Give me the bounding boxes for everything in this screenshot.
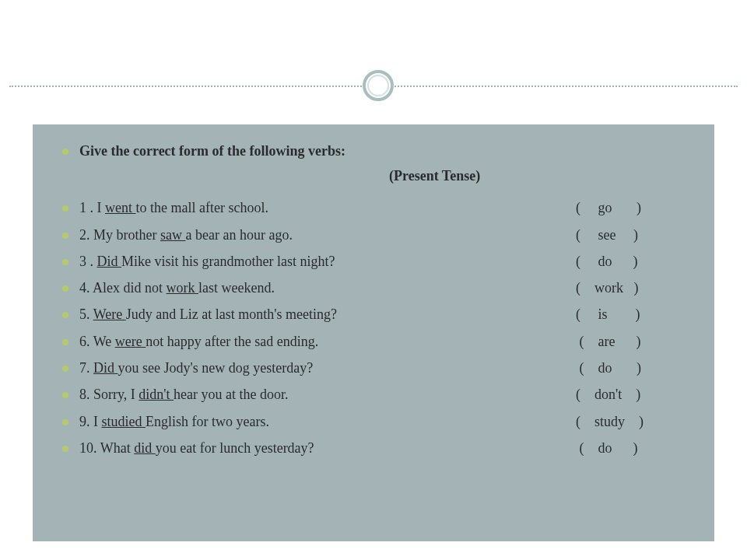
sentence-pre: Alex did not bbox=[93, 280, 167, 296]
answer-blank: went bbox=[105, 200, 136, 215]
verb-hint: ( don't ) bbox=[576, 385, 693, 404]
sentence-pre: I bbox=[93, 414, 102, 429]
sentence-post: last weekend. bbox=[198, 280, 275, 296]
sentence-post: a bear an hour ago. bbox=[185, 227, 292, 243]
sentence-pre: What bbox=[100, 440, 134, 456]
sentence-pre: My brother bbox=[93, 227, 160, 243]
question-item: 9. I studied English for two years.( stu… bbox=[62, 412, 693, 431]
sentence: 10. What did you eat for lunch yesterday… bbox=[79, 439, 576, 457]
exercise-list: Give the correct form of the following v… bbox=[62, 142, 693, 160]
question-item: 7. Did you see Jody's new dog yesterday?… bbox=[62, 359, 693, 377]
sentence-pre: Sorry, I bbox=[93, 387, 139, 402]
sentence-post: to the mall after school. bbox=[136, 200, 268, 215]
question-number: 5. bbox=[79, 306, 93, 322]
exercise-title: Give the correct form of the following v… bbox=[62, 142, 693, 160]
question-item: 5. Were Judy and Liz at last month's mee… bbox=[62, 305, 693, 324]
answer-blank: Were bbox=[93, 306, 126, 322]
answer-blank: studied bbox=[102, 414, 146, 429]
sentence-pre: I bbox=[97, 200, 106, 215]
question-list: 1 . I went to the mall after school.( go… bbox=[62, 198, 693, 457]
question-row: 10. What did you eat for lunch yesterday… bbox=[79, 439, 693, 457]
answer-blank: didn't bbox=[139, 387, 174, 402]
question-row: 4. Alex did not work last weekend.( work… bbox=[79, 278, 693, 297]
question-item: 2. My brother saw a bear an hour ago.( s… bbox=[62, 226, 693, 244]
ring-ornament bbox=[363, 70, 394, 101]
question-row: 1 . I went to the mall after school.( go… bbox=[79, 198, 693, 217]
verb-hint: ( go ) bbox=[576, 198, 693, 217]
question-number: 3 . bbox=[79, 254, 97, 269]
sentence-post: Judy and Liz at last month's meeting? bbox=[126, 306, 337, 322]
question-row: 6. We were not happy after the sad endin… bbox=[79, 332, 693, 351]
question-item: 6. We were not happy after the sad endin… bbox=[62, 332, 693, 351]
answer-blank: work bbox=[167, 280, 199, 296]
question-number: 1 . bbox=[79, 200, 97, 215]
content-panel: Give the correct form of the following v… bbox=[33, 124, 714, 541]
question-row: 3 . Did Mike visit his grandmother last … bbox=[79, 252, 693, 271]
verb-hint: ( do ) bbox=[576, 359, 693, 377]
verb-hint: ( is ) bbox=[576, 305, 693, 324]
question-row: 8. Sorry, I didn't hear you at the door.… bbox=[79, 385, 693, 404]
sentence-post: you eat for lunch yesterday? bbox=[156, 440, 314, 456]
sentence-post: Mike visit his grandmother last night? bbox=[121, 254, 335, 269]
exercise-subtitle: (Present Tense) bbox=[62, 168, 693, 184]
sentence: 7. Did you see Jody's new dog yesterday? bbox=[79, 359, 576, 377]
verb-hint: ( work ) bbox=[576, 278, 693, 297]
question-number: 10. bbox=[79, 440, 100, 456]
question-number: 8. bbox=[79, 387, 93, 402]
question-item: 1 . I went to the mall after school.( go… bbox=[62, 198, 693, 217]
answer-blank: Did bbox=[93, 360, 118, 376]
question-item: 4. Alex did not work last weekend.( work… bbox=[62, 278, 693, 297]
answer-blank: were bbox=[115, 334, 146, 349]
sentence-pre: We bbox=[93, 334, 115, 349]
question-row: 2. My brother saw a bear an hour ago.( s… bbox=[79, 226, 693, 244]
question-number: 9. bbox=[79, 414, 93, 429]
sentence: 2. My brother saw a bear an hour ago. bbox=[79, 226, 576, 244]
question-number: 6. bbox=[79, 334, 93, 349]
answer-blank: Did bbox=[97, 254, 122, 269]
title-text: Give the correct form of the following v… bbox=[79, 143, 345, 159]
sentence: 1 . I went to the mall after school. bbox=[79, 198, 576, 217]
question-item: 3 . Did Mike visit his grandmother last … bbox=[62, 252, 693, 271]
sentence: 9. I studied English for two years. bbox=[79, 412, 576, 431]
verb-hint: ( do ) bbox=[576, 439, 693, 457]
question-number: 7. bbox=[79, 360, 93, 376]
answer-blank: did bbox=[134, 440, 156, 456]
sentence: 3 . Did Mike visit his grandmother last … bbox=[79, 252, 576, 271]
question-item: 10. What did you eat for lunch yesterday… bbox=[62, 439, 693, 457]
verb-hint: ( do ) bbox=[576, 252, 693, 271]
answer-blank: saw bbox=[160, 227, 186, 243]
verb-hint: ( study ) bbox=[576, 412, 693, 431]
sentence: 8. Sorry, I didn't hear you at the door. bbox=[79, 385, 576, 404]
sentence: 4. Alex did not work last weekend. bbox=[79, 278, 576, 297]
sentence-post: you see Jody's new dog yesterday? bbox=[118, 360, 314, 376]
question-row: 7. Did you see Jody's new dog yesterday?… bbox=[79, 359, 693, 377]
question-item: 8. Sorry, I didn't hear you at the door.… bbox=[62, 385, 693, 404]
question-number: 4. bbox=[79, 280, 93, 296]
slide-frame: Give the correct form of the following v… bbox=[9, 9, 738, 551]
sentence-post: not happy after the sad ending. bbox=[146, 334, 318, 349]
sentence: 6. We were not happy after the sad endin… bbox=[79, 332, 576, 351]
subtitle-text: (Present Tense) bbox=[389, 168, 480, 184]
question-number: 2. bbox=[79, 227, 93, 243]
sentence: 5. Were Judy and Liz at last month's mee… bbox=[79, 305, 576, 324]
sentence-post: English for two years. bbox=[146, 414, 269, 429]
sentence-post: hear you at the door. bbox=[174, 387, 288, 402]
verb-hint: ( see ) bbox=[576, 226, 693, 244]
question-row: 5. Were Judy and Liz at last month's mee… bbox=[79, 305, 693, 324]
question-row: 9. I studied English for two years.( stu… bbox=[79, 412, 693, 431]
verb-hint: ( are ) bbox=[576, 332, 693, 351]
